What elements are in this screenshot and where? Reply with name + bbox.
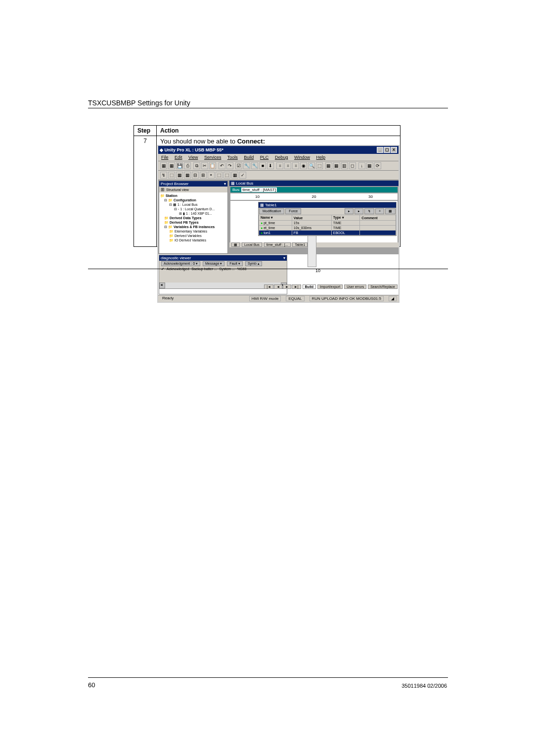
window-buttons[interactable]: _▢X [376, 147, 397, 153]
tool-icon[interactable]: ✓ [239, 172, 246, 179]
output-tab-errors[interactable]: User errors [344, 284, 366, 289]
close-button[interactable]: X [391, 147, 397, 153]
menu-file[interactable]: File [161, 155, 169, 160]
mdi-tab-table1[interactable]: Table1 [292, 242, 308, 247]
tool-icon[interactable]: ◉ [300, 162, 307, 169]
tree-node-quantum[interactable]: 1 : Local Quantum D... [180, 207, 215, 211]
tool-icon[interactable]: ▦ [160, 162, 167, 169]
nav-first-icon[interactable]: |◄ [264, 284, 273, 289]
tree-view-icon[interactable]: ⊞ [161, 187, 165, 192]
nav-last-icon[interactable]: ►| [292, 284, 301, 289]
tool-icon[interactable]: ▦ [333, 162, 340, 169]
tool-cut-icon[interactable]: ✂ [201, 162, 208, 169]
col-type[interactable]: Type ▾ [331, 215, 360, 221]
tree-node-station[interactable]: Station [166, 194, 178, 197]
dropdown-icon[interactable]: ▾ [342, 216, 344, 219]
diag-input[interactable] [159, 288, 287, 294]
var-row-selected[interactable]: ● ton1FBEBOOL [259, 231, 396, 236]
dropdown-icon[interactable]: ▾ [271, 216, 273, 219]
tool-icon[interactable]: ⬚ [223, 172, 230, 179]
diag-tab-msg[interactable]: Message ▾ [203, 261, 224, 266]
tool-icon[interactable]: ☑ [235, 162, 242, 169]
menu-build[interactable]: Build [244, 155, 254, 160]
tool-icon[interactable]: ⌗ [276, 162, 283, 169]
project-browser[interactable]: Project Browser▾ ⊞ Structural view 📁 Sta… [159, 181, 228, 254]
tree-node-deriv[interactable]: Derived Variables [175, 234, 202, 237]
tool-copy-icon[interactable]: ⧉ [193, 162, 200, 169]
nav-prev-icon[interactable]: ◄ [274, 284, 282, 289]
menu-view[interactable]: View [188, 155, 198, 160]
tool-icon[interactable]: ▦ [176, 172, 183, 179]
col-value[interactable]: Value [292, 215, 331, 221]
menu-edit[interactable]: Edit [175, 155, 182, 160]
maximize-button[interactable]: ▢ [384, 147, 390, 153]
tool-icon[interactable]: ⚬ [208, 172, 215, 179]
diag-tab-symb[interactable]: Symb ▴ [245, 261, 262, 266]
force-button[interactable]: Force [285, 208, 301, 214]
table1-window[interactable]: ▦ Table1 Modification Force ▸▸ ↯+▦ Name … [258, 202, 397, 236]
tool-paste-icon[interactable]: 📋 [209, 162, 216, 169]
diag-tab-fault[interactable]: Fault ▾ [227, 261, 243, 266]
menu-window[interactable]: Window [294, 155, 310, 160]
tool-icon[interactable]: ⌗ [292, 162, 299, 169]
tool-icon[interactable]: 🔧 [243, 162, 250, 169]
resize-grip-icon[interactable]: ◢ [389, 296, 397, 301]
scroll-left-icon[interactable]: ◄ [159, 283, 165, 288]
tree-node-dfb[interactable]: Derived FB Types [170, 221, 199, 224]
tool-icon[interactable]: ⬚ [316, 162, 323, 169]
output-tab-build[interactable]: Build [303, 284, 316, 289]
col-comment[interactable]: Comment [360, 215, 396, 221]
tool-icon[interactable]: ⬚ [168, 172, 175, 179]
diag-tab-ack[interactable]: Acknowledgment : 0 ▾ [161, 261, 200, 266]
diag-entry[interactable]: ✔ Acknowledged Backup batter ... System … [159, 267, 287, 272]
mdi-tab-localbus[interactable]: Local Bus [242, 242, 262, 247]
collapse-icon[interactable]: ▾ [283, 256, 285, 260]
tool-icon[interactable]: ↓ [358, 162, 365, 169]
tool-icon[interactable]: 🔧 [251, 162, 258, 169]
tree-node-vars[interactable]: Variables & FB instances [174, 225, 215, 229]
collapse-icon[interactable]: ▾ [224, 182, 226, 186]
tool-save-icon[interactable]: 💾 [176, 162, 183, 169]
tool-redo-icon[interactable]: ↷ [226, 162, 233, 169]
tool-icon[interactable]: ↯ [364, 208, 374, 214]
tool-icon[interactable]: ⬚ [216, 172, 222, 179]
tool-icon[interactable]: ▦ [366, 162, 373, 169]
toolbar-1[interactable]: ▦▦💾⎙ ⧉✂📋 ↶↷ ☑🔧🔧■⬇ ⌗⌗⌗◉🔍⬚ ▦▦▥◻ ↓▦⟳ [158, 161, 399, 171]
menu-debug[interactable]: Debug [275, 155, 288, 160]
var-row[interactable]: ● et_time10s_830msTIME [259, 226, 396, 231]
menu-services[interactable]: Services [204, 155, 222, 160]
tool-icon[interactable]: ▦ [168, 162, 175, 169]
menu-bar[interactable]: File Edit View Services Tools Build PLC … [158, 154, 399, 161]
output-tab-import[interactable]: Import/export [317, 284, 343, 289]
tool-icon[interactable]: ▦ [385, 208, 396, 214]
tool-icon[interactable]: ⊟ [192, 172, 199, 179]
output-tab-search[interactable]: Search/Replace [368, 284, 398, 289]
modification-button[interactable]: Modification [259, 208, 284, 214]
tool-icon[interactable]: ⟳ [374, 162, 381, 169]
bus-name-field[interactable]: time_stuff : [MAST] [241, 188, 277, 192]
tree-node-ddt[interactable]: Derived Data Types [170, 216, 201, 220]
toolbar-2[interactable]: ↯⬚▦▦⊟⊞⚬⬚⬚▦✓ [158, 171, 399, 180]
tree-node-elem[interactable]: Elementary Variables [175, 230, 207, 233]
menu-tools[interactable]: Tools [227, 155, 238, 160]
tool-icon[interactable]: ▦ [325, 162, 332, 169]
tool-icon[interactable]: ⌗ [284, 162, 291, 169]
minimize-button[interactable]: _ [377, 147, 383, 153]
menu-help[interactable]: Help [316, 155, 325, 160]
tool-icon[interactable]: ⊞ [200, 172, 207, 179]
var-row[interactable]: ● pt_time15sTIME [259, 221, 396, 226]
tool-icon[interactable]: ▦ [231, 172, 238, 179]
variable-grid[interactable]: Name ▾ Value Type ▾ Comment ● pt_time15s… [259, 215, 396, 236]
tree-node-xbp[interactable]: 1 : 140 XBP 01... [186, 212, 212, 215]
tool-download-icon[interactable]: ⬇ [267, 162, 274, 169]
output-tabs[interactable]: |◄◄►►| Build Import/export User errors S… [264, 285, 398, 288]
project-tree[interactable]: 📁 Station ⊟ 📁 Configuration ⊟ ▦ 1 : Loca… [159, 192, 227, 253]
tool-find-icon[interactable]: 🔍 [308, 162, 315, 169]
tree-node-localbus[interactable]: 1 : Local Bus [178, 203, 197, 206]
tool-print-icon[interactable]: ⎙ [184, 162, 191, 169]
menu-plc[interactable]: PLC [260, 155, 269, 160]
tool-icon[interactable]: ▦ [184, 172, 191, 179]
tree-node-io[interactable]: IO Derived Variables [175, 238, 206, 242]
col-name[interactable]: Name ▾ [259, 215, 292, 221]
tool-icon[interactable]: ↯ [160, 172, 167, 179]
